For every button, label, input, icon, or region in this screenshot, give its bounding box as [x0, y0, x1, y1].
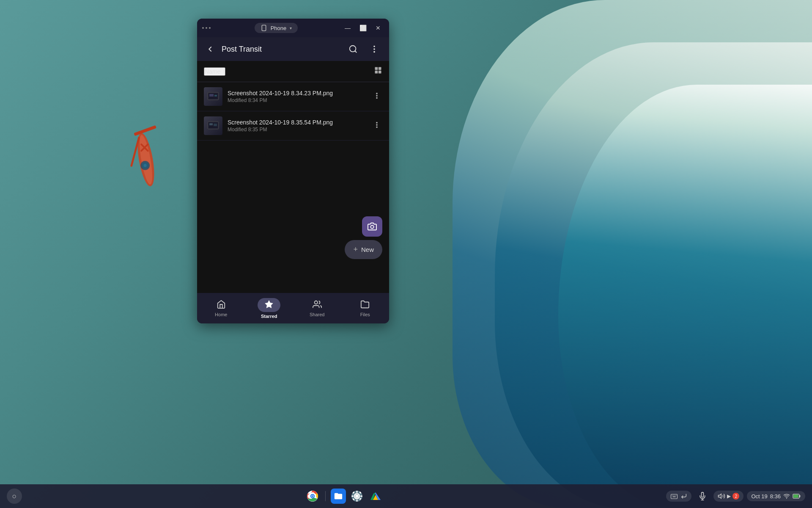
svg-rect-29 [209, 123, 213, 125]
svg-rect-46 [357, 500, 358, 502]
grid-view-button[interactable] [374, 66, 382, 77]
home-icon [217, 300, 226, 309]
svg-point-15 [374, 52, 375, 52]
nav-home[interactable]: Home [197, 293, 245, 323]
fab-area: + New [345, 216, 382, 259]
file-info: Screenshot 2024-10-19 8.35.54 PM.png Mod… [228, 119, 366, 133]
file-menu-button-2[interactable] [371, 119, 382, 133]
new-fab-button[interactable]: + New [345, 240, 382, 259]
taskbar-chrome[interactable] [305, 489, 320, 504]
close-button[interactable]: ✕ [372, 22, 384, 34]
svg-point-36 [314, 301, 317, 304]
taskbar-right: ▶ 2 Oct 19 8:36 [666, 489, 805, 504]
screenshot-fab-button[interactable] [362, 216, 382, 237]
svg-point-14 [374, 49, 375, 50]
titlebar-phone-label: Phone [271, 25, 287, 31]
search-button[interactable] [345, 43, 361, 55]
taskbar-controls-pill[interactable] [666, 491, 691, 502]
nav-files-icon-wrap [360, 300, 370, 310]
desktop [0, 0, 812, 508]
more-vertical-icon [373, 121, 381, 129]
svg-point-43 [355, 494, 359, 498]
taskbar-drive[interactable] [368, 489, 383, 504]
nav-home-icon-wrap [217, 300, 226, 310]
svg-point-11 [350, 46, 356, 52]
minimize-button[interactable]: — [342, 22, 354, 34]
taskbar-launcher-button[interactable]: ○ [7, 489, 22, 504]
bottom-nav: Home Starred Shared [197, 293, 389, 323]
taskbar-mic[interactable] [695, 489, 710, 504]
svg-point-34 [370, 225, 373, 228]
taskbar-apps [25, 489, 663, 504]
taskbar-divider [325, 491, 326, 501]
drive-icon [370, 490, 381, 502]
svg-rect-23 [214, 95, 217, 97]
screenshot-thumb-icon [207, 92, 219, 101]
svg-rect-30 [214, 124, 217, 126]
taskbar-time: 8:36 [770, 493, 781, 500]
sort-name-button[interactable]: Name ↑ [204, 67, 225, 76]
nav-starred-label: Starred [261, 314, 277, 319]
kayak-decoration [125, 106, 167, 190]
volume-icon [718, 492, 725, 500]
dot-3 [209, 27, 211, 29]
camera-icon [368, 222, 377, 231]
titlebar-chevron-icon: ▾ [290, 26, 292, 30]
titlebar-center[interactable]: Phone ▾ [255, 23, 298, 33]
background-waves [0, 0, 812, 508]
svg-marker-35 [265, 300, 273, 307]
launcher-icon: ○ [12, 492, 17, 501]
more-options-button[interactable] [366, 43, 382, 55]
microphone-icon [698, 492, 707, 500]
sort-bar: Name ↑ [197, 61, 389, 82]
titlebar-dots [202, 27, 211, 29]
taskbar-datetime[interactable]: Oct 19 8:36 [747, 491, 805, 501]
svg-rect-69 [793, 494, 798, 498]
svg-marker-65 [719, 494, 721, 499]
maximize-button[interactable]: ⬜ [357, 22, 369, 34]
file-area: Name ↑ [197, 61, 389, 293]
taskbar-media-pill[interactable]: ▶ 2 [713, 491, 743, 502]
svg-point-32 [376, 124, 377, 125]
nav-starred[interactable]: Starred [245, 293, 294, 323]
enter-icon [680, 493, 687, 500]
svg-rect-68 [799, 495, 801, 497]
svg-rect-3 [134, 125, 156, 136]
svg-point-6 [144, 164, 147, 167]
taskbar-settings[interactable] [349, 489, 365, 504]
file-item[interactable]: Screenshot 2024-10-19 8.35.54 PM.png Mod… [197, 111, 389, 141]
back-arrow-icon [206, 44, 215, 54]
more-vertical-icon [373, 92, 381, 99]
files-icon [360, 300, 370, 309]
svg-rect-19 [379, 71, 381, 74]
file-info: Screenshot 2024-10-19 8.34.23 PM.png Mod… [228, 90, 366, 103]
svg-point-13 [374, 46, 375, 47]
file-name: Screenshot 2024-10-19 8.34.23 PM.png [228, 90, 366, 97]
nav-starred-icon-wrap [258, 298, 280, 312]
screenshot-thumb-icon [207, 121, 219, 130]
nav-home-label: Home [215, 312, 227, 317]
file-thumb-inner [204, 87, 222, 106]
phone-window: Phone ▾ — ⬜ ✕ Post Transit [197, 19, 389, 323]
notification-badge: 2 [732, 493, 739, 500]
keyboard-icon [670, 492, 678, 500]
app-title: Post Transit [222, 45, 340, 54]
back-button[interactable] [204, 43, 217, 55]
sort-arrow-icon: ↑ [222, 69, 225, 75]
taskbar-files[interactable] [331, 489, 346, 504]
window-titlebar: Phone ▾ — ⬜ ✕ [197, 19, 389, 37]
file-thumb-inner [204, 116, 222, 135]
phone-icon [261, 25, 267, 31]
nav-shared[interactable]: Shared [293, 293, 341, 323]
nav-files[interactable]: Files [341, 293, 390, 323]
file-modified: Modified 8:34 PM [228, 97, 366, 103]
chrome-icon [307, 490, 318, 502]
file-item[interactable]: Screenshot 2024-10-19 8.34.23 PM.png Mod… [197, 82, 389, 111]
dot-1 [202, 27, 204, 29]
nav-files-label: Files [360, 312, 370, 317]
file-menu-button[interactable] [371, 90, 382, 103]
svg-rect-48 [360, 496, 362, 497]
search-icon [348, 44, 358, 54]
settings-icon [351, 490, 363, 502]
dot-2 [206, 27, 207, 29]
